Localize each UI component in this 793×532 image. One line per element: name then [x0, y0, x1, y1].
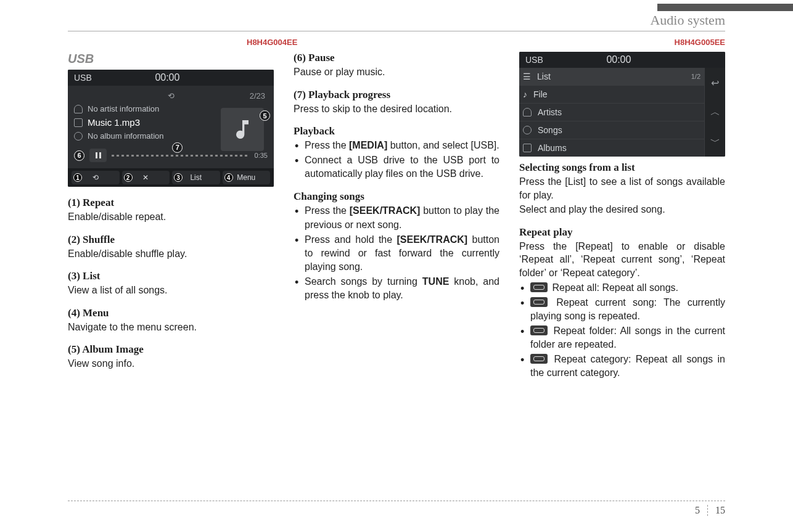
- repeat-bullet-category-text: Repeat category: Repeat all songs in the…: [530, 354, 725, 378]
- item1-h: (1) Repeat: [68, 197, 274, 209]
- footer-section: 5: [695, 505, 708, 516]
- changing-heading: Changing songs: [294, 190, 499, 203]
- scr2-row-songs-label: Songs: [538, 125, 562, 135]
- track-icon: [74, 118, 83, 127]
- callout-4: 4: [224, 173, 233, 182]
- repeat-bullet-category: Repeat category: Repeat all songs in the…: [519, 353, 725, 380]
- item4-h: (4) Menu: [68, 307, 274, 319]
- artist-icon: [74, 105, 83, 113]
- scr1-album: No album information: [88, 131, 164, 141]
- playback-heading: Playback: [294, 125, 499, 137]
- repeat-bullet-all-text: Repeat all: Repeat all songs.: [552, 282, 678, 293]
- repeat-bullet-folder: Repeat folder: All songs in the current …: [519, 324, 725, 351]
- changing-bullet-3: Search songs by turning TUNE knob, and p…: [294, 275, 499, 302]
- column-1: USB USB 00:00 ⟲ 2/23 No artist informati…: [68, 52, 274, 381]
- ch2-pre: Press and hold the: [305, 234, 396, 245]
- scr1-elapsed: 0:35: [255, 152, 268, 159]
- scr1-clock: 00:00: [155, 72, 179, 83]
- pb1-post: button, and select [USB].: [387, 140, 499, 150]
- changing-bullet-1: Press the [SEEK/TRACK] button to play th…: [294, 204, 499, 231]
- scr2-back-btn: ↩: [704, 68, 725, 97]
- repeat-category-icon: [530, 354, 548, 364]
- albums-icon: [523, 144, 532, 152]
- ch3-bold: TUNE: [422, 276, 450, 287]
- item2-t: Enable/disable shuffle play.: [68, 247, 274, 261]
- file-icon: ♪: [523, 89, 527, 99]
- repeat-bullet-folder-text: Repeat folder: All songs in the current …: [530, 325, 725, 350]
- usb-list-screenshot: USB 00:00 ☰ List 1/2 ♪File Artists: [519, 52, 725, 157]
- repeat-heading: Repeat play: [519, 226, 725, 239]
- selecting-heading: Selecting songs from a list: [519, 162, 725, 174]
- scr2-page: 1/2: [691, 73, 701, 80]
- repeat-icon: ⟲: [92, 173, 99, 182]
- column-2: (6) Pause Pause or play music. (7) Playb…: [294, 52, 499, 381]
- playback-bullet-1: Press the [MEDIA] button, and select [US…: [294, 139, 499, 152]
- scr2-clock: 00:00: [606, 54, 631, 65]
- item6-t: Pause or play music.: [294, 65, 499, 79]
- changing-bullet-2: Press and hold the [SEEK/TRACK] button t…: [294, 233, 499, 274]
- ch1-bold: [SEEK/TRACK]: [350, 205, 421, 216]
- callout-6: 6: [74, 150, 84, 161]
- callout-2: 2: [124, 173, 133, 182]
- ch1-pre: Press the: [305, 205, 350, 216]
- callout-3: 3: [174, 173, 183, 182]
- scr2-up-btn: ︿: [704, 97, 725, 127]
- playback-bullet-2: Connect a USB drive to the USB port to a…: [294, 153, 499, 181]
- column-3: USB 00:00 ☰ List 1/2 ♪File Artists: [519, 52, 725, 381]
- artists-icon: [523, 108, 532, 117]
- scr1-btn-menu: 4 Menu: [223, 171, 271, 184]
- footer-page: 15: [715, 505, 725, 516]
- selecting-text-1: Press the [List] to see a list of songs …: [519, 175, 725, 202]
- repeat-text: Press the [Repeat] to enable or disable …: [519, 240, 725, 280]
- item1-t: Enable/disable repeat.: [68, 210, 274, 224]
- scr1-artist: No artist information: [88, 104, 159, 113]
- album-icon: [74, 132, 83, 141]
- scr2-row-file: ♪File: [519, 85, 704, 103]
- callout-1: 1: [73, 173, 82, 182]
- scr2-row-albums: Albums: [519, 139, 704, 157]
- item5-h: (5) Album Image: [68, 343, 274, 356]
- scr1-source: USB: [74, 73, 92, 83]
- album-art-placeholder: [221, 108, 264, 151]
- callout-7: 7: [172, 142, 183, 153]
- item5-t: View song info.: [68, 357, 274, 370]
- item2-h: (2) Shuffle: [68, 234, 274, 246]
- scr1-btn-menu-label: Menu: [237, 173, 255, 182]
- item7-t: Press to skip to the desired location.: [294, 102, 499, 116]
- code-left: H8H4G004EE: [247, 38, 297, 47]
- selecting-text-2: Select and play the desired song.: [519, 203, 725, 216]
- pause-button-mock: [89, 149, 107, 162]
- usb-player-screenshot: USB 00:00 ⟲ 2/23 No artist information: [68, 70, 274, 187]
- repeat-status-icon: ⟲: [168, 91, 175, 100]
- repeat-folder-icon: [530, 325, 548, 335]
- header-rule: [68, 31, 725, 31]
- shuffle-icon: ✕: [142, 173, 149, 182]
- scr1-nowplaying: Music 1.mp3: [88, 117, 140, 128]
- scr2-row-songs: Songs: [519, 121, 704, 139]
- ch3-pre: Search songs by turning: [305, 276, 422, 287]
- page-header-title: Audio system: [650, 12, 725, 28]
- repeat-current-icon: [530, 297, 548, 307]
- progress-bar-mock: 7: [112, 155, 250, 157]
- item4-t: Navigate to the menu screen.: [68, 321, 274, 334]
- scr1-btn-shuffle: 2 ✕: [122, 171, 170, 184]
- repeat-bullet-current-text: Repeat current song: The currently playi…: [530, 297, 725, 321]
- item3-t: View a list of all songs.: [68, 284, 274, 297]
- item3-h: (3) List: [68, 270, 274, 282]
- scr2-row-albums-label: Albums: [538, 143, 567, 153]
- scr1-track-count: 2/23: [250, 91, 265, 100]
- repeat-bullet-current: Repeat current song: The currently playi…: [519, 296, 725, 323]
- scr2-source: USB: [525, 55, 543, 65]
- item6-h: (6) Pause: [294, 52, 499, 64]
- page-footer: 5 15: [68, 501, 725, 516]
- ch2-bold: [SEEK/TRACK]: [396, 234, 467, 245]
- header-accent-bar: [657, 4, 793, 11]
- pb1-pre: Press the: [305, 140, 349, 150]
- scr2-row-artists-label: Artists: [538, 107, 562, 117]
- usb-heading: USB: [68, 52, 274, 66]
- repeat-bullet-all: Repeat all: Repeat all songs.: [519, 281, 725, 295]
- scr2-down-btn: ﹀: [704, 127, 725, 157]
- pb1-bold: [MEDIA]: [349, 140, 387, 150]
- item7-h: (7) Playback progress: [294, 89, 499, 101]
- scr2-list-header: ☰ List 1/2: [519, 68, 704, 85]
